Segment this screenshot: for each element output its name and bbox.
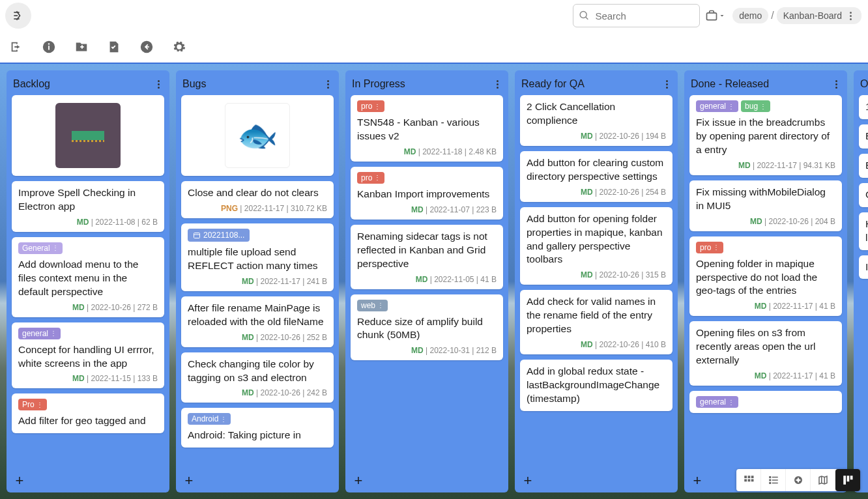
kanban-card[interactable]: After file rename MainPage is reloaded w… — [181, 296, 334, 347]
breadcrumb-root[interactable]: demo — [732, 8, 768, 23]
column-header[interactable]: Bugs — [176, 70, 339, 95]
column-menu-icon[interactable] — [662, 78, 671, 90]
info-icon[interactable] — [42, 40, 56, 54]
breadcrumb-current[interactable]: Kanban-Board — [777, 7, 861, 24]
kanban-card[interactable]: 20221108...multiple file upload send REF… — [181, 223, 334, 291]
svg-rect-21 — [769, 476, 771, 478]
card-title: Android: Taking picture in — [188, 429, 327, 442]
kanban-card[interactable]: 🐟 — [181, 95, 334, 176]
column-menu-icon[interactable] — [154, 78, 163, 90]
column-header[interactable]: Done - Released — [684, 70, 847, 95]
kanban-card[interactable]: Add check for valid names in the rename … — [520, 290, 673, 354]
kanban-card[interactable]: H li — [859, 212, 868, 250]
kanban-card[interactable]: Add in global redux state - lastBackgrou… — [520, 360, 673, 411]
exit-icon[interactable] — [9, 40, 23, 54]
column-menu-icon[interactable] — [323, 78, 332, 90]
card-tags: Android⋮ — [188, 413, 327, 425]
card-title: Add check for valid names in the rename … — [527, 295, 666, 336]
kanban-card[interactable]: web⋮Reduce size of amplify build chunk (… — [351, 294, 503, 361]
card-tags: pro⋮ — [357, 100, 497, 112]
card-meta: MD | 2022-10-26 | 242 B — [188, 388, 327, 397]
card-tags: web⋮ — [357, 300, 497, 311]
tag-general[interactable]: general⋮ — [696, 100, 738, 112]
card-meta: MD | 2022-10-26 | 194 B — [527, 132, 666, 141]
column-header[interactable]: Ready for QA — [515, 70, 678, 95]
kanban-card[interactable]: C — [859, 183, 868, 207]
gear-icon[interactable] — [172, 40, 186, 54]
column-title: Ready for QA — [521, 78, 585, 90]
ram-chip-thumbnail — [55, 103, 121, 168]
kanban-card[interactable]: Check changing tile color by tagging on … — [181, 352, 334, 403]
tag-pro[interactable]: Pro⋮ — [18, 399, 47, 410]
kanban-card[interactable]: E — [859, 154, 868, 178]
tag-general[interactable]: general⋮ — [696, 396, 738, 408]
card-title: Add filter for geo tagged and — [18, 414, 158, 428]
kanban-card[interactable]: I — [859, 255, 868, 279]
column-header[interactable]: Backlog — [7, 70, 169, 95]
card-meta: MD | 2022-11-17 | 41 B — [696, 371, 835, 380]
card-meta: MD | 2022-10-26 | 204 B — [696, 217, 835, 226]
location-chooser[interactable] — [705, 9, 726, 22]
kanban-card[interactable]: pro⋮Opening folder in mapique perspectiv… — [689, 236, 842, 317]
kanban-card[interactable]: Add button for clearing custom directory… — [520, 151, 673, 202]
kanban-card[interactable]: pro⋮TSN548 - Kanban - various issues v2M… — [351, 95, 503, 162]
kanban-card[interactable]: Fix missing withMobileDialog in MUI5MD |… — [689, 180, 842, 231]
tag-pro[interactable]: pro⋮ — [357, 172, 384, 184]
search-input[interactable] — [595, 10, 694, 21]
card-tags: 20221108... — [188, 229, 327, 242]
menu-toggle-button[interactable] — [5, 3, 31, 29]
kanban-card[interactable] — [12, 95, 164, 176]
kanban-card[interactable]: pro⋮Kanban Import improvementsMD | 2022-… — [351, 167, 503, 220]
kanban-card[interactable]: general⋮Concept for handling UI errror, … — [12, 322, 164, 389]
import-icon[interactable] — [139, 40, 154, 54]
card-title: Fix missing withMobileDialog in MUI5 — [696, 186, 835, 213]
tag-pro[interactable]: pro⋮ — [696, 242, 723, 253]
breadcrumb-separator: / — [771, 10, 774, 21]
kanban-perspective-icon[interactable] — [835, 469, 860, 491]
new-folder-icon[interactable] — [74, 40, 89, 54]
svg-point-3 — [580, 12, 586, 18]
kanban-card[interactable]: Add button for opening folder properties… — [520, 207, 673, 285]
date-tag[interactable]: 20221108... — [188, 229, 250, 242]
grid-perspective-icon[interactable] — [736, 469, 761, 491]
column-menu-icon[interactable] — [832, 78, 841, 90]
tag-web[interactable]: web⋮ — [357, 300, 388, 311]
task-file-icon[interactable] — [107, 40, 121, 54]
kanban-card[interactable]: 1 — [859, 95, 868, 119]
kanban-card[interactable]: Opening files on s3 from recently areas … — [689, 321, 842, 386]
kanban-card[interactable]: Improve Spell Checking in Electron appMD… — [12, 181, 164, 232]
breadcrumb-menu-icon[interactable] — [846, 10, 855, 21]
column-body: 🐟Close and clear do not clearsPNG | 2022… — [176, 95, 339, 469]
tag-general[interactable]: general⋮ — [18, 328, 61, 339]
kanban-card[interactable]: general⋮ — [689, 391, 842, 413]
mapique-perspective-icon[interactable] — [811, 469, 835, 491]
kanban-card[interactable]: general⋮bug⋮Fix issue in the breadcrumbs… — [689, 95, 842, 175]
column-header[interactable]: In Progress — [345, 70, 508, 95]
card-title: Renaming sidecar tags is not reflected i… — [357, 230, 497, 271]
svg-rect-29 — [843, 476, 846, 485]
tag-android[interactable]: Android⋮ — [188, 413, 231, 425]
kanban-card[interactable]: Pro⋮Add filter for geo tagged and — [12, 393, 164, 433]
tag-pro[interactable]: pro⋮ — [357, 100, 384, 112]
kanban-card[interactable]: E — [859, 124, 868, 149]
search-box[interactable] — [573, 4, 700, 27]
kanban-card[interactable]: Close and clear do not clearsPNG | 2022-… — [181, 181, 334, 218]
list-perspective-icon[interactable] — [761, 469, 786, 491]
tag-general[interactable]: General⋮ — [18, 242, 63, 254]
card-meta: MD | 2022-11-15 | 133 B — [18, 374, 158, 383]
kanban-card[interactable]: General⋮Add download menu to the files c… — [12, 237, 164, 317]
card-meta: MD | 2022-10-26 | 410 B — [527, 340, 666, 349]
tag-bug[interactable]: bug⋮ — [741, 100, 770, 112]
add-card-button[interactable]: + — [12, 473, 27, 489]
add-card-button[interactable]: + — [520, 473, 536, 489]
kanban-card[interactable]: 2 Click Cancellation complienceMD | 2022… — [520, 95, 673, 146]
kanban-card[interactable]: Renaming sidecar tags is not reflected i… — [351, 225, 503, 289]
column-header[interactable]: O — [854, 70, 868, 95]
kanban-card[interactable]: Android⋮Android: Taking picture in — [181, 408, 334, 448]
add-card-button[interactable]: + — [689, 473, 705, 489]
kanban-column: Bugs🐟Close and clear do not clearsPNG | … — [176, 70, 339, 492]
add-card-button[interactable]: + — [351, 473, 366, 489]
gallery-perspective-icon[interactable] — [786, 469, 811, 491]
add-card-button[interactable]: + — [181, 473, 197, 489]
column-menu-icon[interactable] — [493, 78, 502, 90]
